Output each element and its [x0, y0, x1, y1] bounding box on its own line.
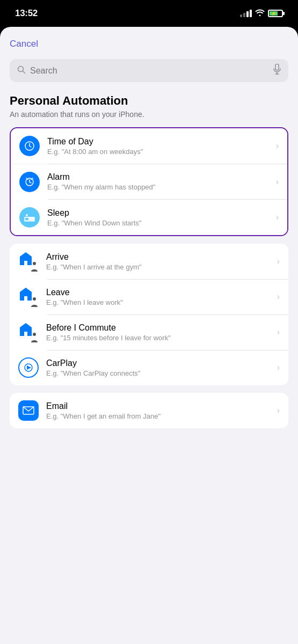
carplay-subtitle: E.g. "When CarPlay connects"	[46, 369, 277, 377]
signal-icon	[240, 10, 252, 17]
svg-point-16	[26, 214, 28, 216]
list-item-email[interactable]: Email E.g. "When I get an email from Jan…	[10, 393, 288, 428]
leave-text: Leave E.g. "When I leave work"	[46, 288, 277, 306]
commute-icon	[18, 322, 39, 342]
microphone-icon[interactable]	[273, 64, 281, 77]
svg-line-10	[30, 182, 31, 183]
arrive-text: Arrive E.g. "When I arrive at the gym"	[46, 252, 277, 271]
cancel-button[interactable]: Cancel	[10, 36, 38, 52]
alarm-title: Alarm	[47, 172, 276, 182]
email-subtitle: E.g. "When I get an email from Jane"	[46, 412, 277, 420]
svg-rect-2	[275, 64, 279, 70]
chevron-icon: ›	[277, 363, 280, 372]
battery-icon: ⚡	[268, 10, 283, 17]
arrive-title: Arrive	[46, 252, 277, 262]
alarm-subtitle: E.g. "When my alarm has stopped"	[47, 183, 276, 191]
chevron-icon: ›	[277, 292, 280, 302]
svg-rect-14	[25, 218, 28, 220]
chevron-icon: ›	[277, 406, 280, 415]
list-item-carplay[interactable]: CarPlay E.g. "When CarPlay connects" ›	[10, 350, 288, 385]
svg-line-7	[30, 146, 31, 147]
group-location-carplay: Arrive E.g. "When I arrive at the gym" ›	[10, 244, 288, 385]
email-text: Email E.g. "When I get an email from Jan…	[46, 401, 277, 420]
time-of-day-text: Time of Day E.g. "At 8:00 am on weekdays…	[47, 137, 276, 156]
list-item-sleep[interactable]: Sleep E.g. "When Wind Down starts" ›	[11, 200, 287, 235]
email-title: Email	[46, 401, 277, 411]
svg-point-17	[33, 262, 36, 265]
svg-marker-21	[27, 365, 31, 370]
group-email: Email E.g. "When I get an email from Jan…	[10, 393, 288, 428]
bed-icon	[19, 207, 40, 228]
leave-title: Leave	[46, 288, 277, 297]
svg-rect-15	[24, 220, 35, 222]
sleep-subtitle: E.g. "When Wind Down starts"	[47, 219, 276, 227]
chevron-icon: ›	[277, 327, 280, 337]
search-icon	[17, 65, 26, 76]
time-of-day-title: Time of Day	[47, 137, 276, 147]
alarm-clock-icon	[19, 172, 40, 192]
sleep-title: Sleep	[47, 208, 276, 218]
chevron-icon: ›	[276, 141, 279, 151]
wifi-icon	[255, 9, 265, 18]
svg-point-19	[33, 333, 36, 336]
search-input[interactable]	[30, 66, 269, 76]
email-icon	[18, 400, 39, 421]
group-time-sleep: Time of Day E.g. "At 8:00 am on weekdays…	[10, 127, 288, 236]
list-item-alarm[interactable]: Alarm E.g. "When my alarm has stopped" ›	[11, 164, 287, 200]
leave-subtitle: E.g. "When I leave work"	[46, 298, 277, 306]
alarm-text: Alarm E.g. "When my alarm has stopped"	[47, 172, 276, 191]
list-item-leave[interactable]: Leave E.g. "When I leave work" ›	[10, 279, 288, 314]
chevron-icon: ›	[276, 177, 279, 187]
search-bar	[10, 59, 288, 82]
arrive-subtitle: E.g. "When I arrive at the gym"	[46, 263, 277, 271]
main-content: Cancel Personal Automation An aut	[0, 27, 298, 644]
svg-point-18	[33, 297, 36, 301]
commute-title: Before I Commute	[46, 323, 277, 333]
page-title: Personal Automation	[10, 94, 288, 108]
svg-line-1	[23, 71, 25, 73]
list-item-before-commute[interactable]: Before I Commute E.g. "15 minutes before…	[10, 314, 288, 350]
status-time: 13:52	[15, 8, 38, 19]
arrive-icon	[18, 251, 39, 272]
clock-icon	[19, 136, 40, 156]
leave-icon	[18, 287, 39, 307]
page-subtitle: An automation that runs on your iPhone.	[10, 110, 288, 119]
commute-subtitle: E.g. "15 minutes before I leave for work…	[46, 334, 277, 342]
carplay-text: CarPlay E.g. "When CarPlay connects"	[46, 358, 277, 377]
list-item-time-of-day[interactable]: Time of Day E.g. "At 8:00 am on weekdays…	[11, 128, 287, 164]
status-bar: 13:52 ⚡	[0, 0, 298, 27]
carplay-title: CarPlay	[46, 358, 277, 368]
time-of-day-subtitle: E.g. "At 8:00 am on weekdays"	[47, 148, 276, 156]
list-item-arrive[interactable]: Arrive E.g. "When I arrive at the gym" ›	[10, 244, 288, 279]
commute-text: Before I Commute E.g. "15 minutes before…	[46, 323, 277, 342]
sleep-text: Sleep E.g. "When Wind Down starts"	[47, 208, 276, 227]
carplay-icon	[18, 357, 39, 378]
chevron-icon: ›	[276, 213, 279, 222]
status-icons: ⚡	[240, 9, 283, 18]
chevron-icon: ›	[277, 257, 280, 266]
